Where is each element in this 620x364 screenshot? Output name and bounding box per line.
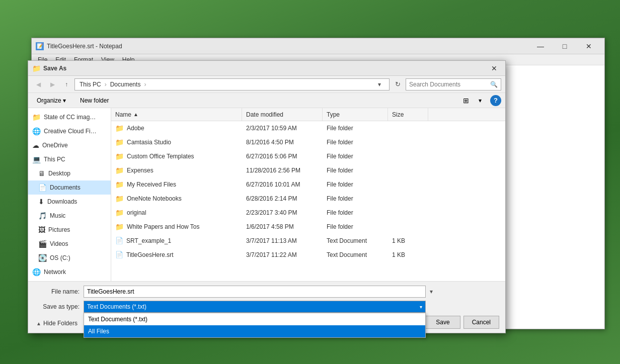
file-row[interactable]: 📁original 2/23/2017 3:40 PM File folder <box>111 206 505 220</box>
savetype-value: Text Documents (*.txt) <box>87 303 146 310</box>
dialog-organize-toolbar: Organize ▾ New folder ⊞ ▾ ? <box>28 93 505 108</box>
notepad-titlebar: 📝 TitleGoesHere.srt - Notepad — □ ✕ <box>32 38 604 54</box>
help-button[interactable]: ? <box>490 95 501 106</box>
nav-item-documents[interactable]: 📄 Documents <box>28 180 111 195</box>
notepad-title: TitleGoesHere.srt - Notepad <box>47 43 529 50</box>
savetype-dropdown-popup: Text Documents (*.txt) All Files <box>84 313 426 338</box>
close-button[interactable]: ✕ <box>577 38 600 54</box>
notepad-icon: 📝 <box>36 42 44 50</box>
file-list: 📁Adobe 2/3/2017 10:59 AM File folder 📁Ca… <box>111 121 505 281</box>
file-row[interactable]: 📁OneNote Notebooks 6/28/2016 2:14 PM Fil… <box>111 192 505 206</box>
forward-button[interactable]: ▶ <box>46 78 58 90</box>
save-as-dialog: 📁 Save As ✕ ◀ ▶ ↑ This PC › Documents › … <box>28 60 506 333</box>
hide-folders-row: ▲ Hide Folders <box>34 318 78 327</box>
file-row[interactable]: 📁White Papers and How Tos 1/6/2017 4:58 … <box>111 220 505 234</box>
file-row[interactable]: 📁Camtasia Studio 8/1/2016 4:50 PM File f… <box>111 135 505 149</box>
dialog-titlebar: 📁 Save As ✕ <box>28 61 505 76</box>
folder-icon: 📁 <box>115 209 124 217</box>
dialog-close-button[interactable]: ✕ <box>487 62 501 74</box>
nav-item-network[interactable]: 🌐 Network <box>28 265 111 279</box>
organize-button[interactable]: Organize ▾ <box>32 95 70 106</box>
file-row[interactable]: 📁My Received Files 6/27/2016 10:01 AM Fi… <box>111 177 505 192</box>
folder-icon: 📁 <box>115 138 124 146</box>
dialog-footer: File name: ▾ Save as type: Text Document… <box>28 281 505 333</box>
file-list-header: Name ▲ Date modified Type Size <box>111 108 505 121</box>
folder-icon: 📁 <box>115 195 124 203</box>
pictures-icon: 🖼 <box>38 226 45 234</box>
nav-item-desktop[interactable]: 🖥 Desktop <box>28 166 111 180</box>
folder-icon: 📁 <box>115 152 124 160</box>
search-input[interactable] <box>409 81 490 88</box>
organize-label: Organize ▾ <box>37 97 66 104</box>
dialog-navigation-toolbar: ◀ ▶ ↑ This PC › Documents › ▾ ↻ 🔍 <box>28 76 505 93</box>
minimize-button[interactable]: — <box>529 38 552 54</box>
file-row[interactable]: 📁Custom Office Templates 6/27/2016 5:06 … <box>111 149 505 163</box>
savetype-dropdown-arrow: ▾ <box>420 304 422 310</box>
address-crumb-documents[interactable]: Documents <box>109 80 142 88</box>
up-button[interactable]: ↑ <box>60 78 72 90</box>
file-row[interactable]: 📁Adobe 2/3/2017 10:59 AM File folder <box>111 121 505 135</box>
document-icon: 📄 <box>115 251 123 258</box>
onedrive-icon: ☁ <box>32 141 39 149</box>
document-icon: 📄 <box>115 237 123 244</box>
nav-item-pictures[interactable]: 🖼 Pictures <box>28 223 111 237</box>
filename-label: File name: <box>34 288 80 295</box>
filename-row: File name: ▾ <box>34 286 499 298</box>
hide-folders-chevron: ▲ <box>36 321 41 326</box>
dialog-body: 📁 State of CC imag… 🌐 Creative Cloud Fi…… <box>28 108 505 281</box>
maximize-button[interactable]: □ <box>553 38 576 54</box>
nav-item-videos[interactable]: 🎬 Videos <box>28 237 111 251</box>
view-dropdown-button[interactable]: ▾ <box>476 95 484 106</box>
folder-icon: 📁 <box>115 223 124 231</box>
file-row[interactable]: 📄TitleGoesHere.srt 3/7/2017 11:22 AM Tex… <box>111 248 505 262</box>
address-crumb-thispc[interactable]: This PC <box>78 80 103 88</box>
savetype-dropdown[interactable]: Text Documents (*.txt) ▾ <box>84 301 426 313</box>
savetype-dropdown-wrapper: Text Documents (*.txt) ▾ Text Documents … <box>84 301 426 313</box>
nav-item-this-pc[interactable]: 💻 This PC <box>28 152 111 166</box>
sort-arrow: ▲ <box>133 112 138 117</box>
desktop-icon: 🖥 <box>38 169 45 177</box>
column-header-size[interactable]: Size <box>388 108 428 121</box>
nav-item-onedrive[interactable]: ☁ OneDrive <box>28 138 111 152</box>
dialog-title: Save As <box>43 65 487 72</box>
nav-item-state-cc[interactable]: 📁 State of CC imag… <box>28 110 111 124</box>
save-button[interactable]: Save <box>425 316 460 329</box>
notepad-window-controls: — □ ✕ <box>529 38 600 54</box>
column-header-type[interactable]: Type <box>323 108 388 121</box>
file-row[interactable]: 📁Expenses 11/28/2016 2:56 PM File folder <box>111 163 505 177</box>
computer-icon: 💻 <box>32 155 41 163</box>
nav-item-downloads[interactable]: ⬇ Downloads <box>28 195 111 209</box>
dialog-icon: 📁 <box>32 64 40 72</box>
savetype-option-all[interactable]: All Files <box>84 325 425 337</box>
new-folder-button[interactable]: New folder <box>74 95 114 106</box>
drive-icon: 💽 <box>38 254 47 262</box>
search-box: 🔍 <box>406 78 501 90</box>
view-icon-button[interactable]: ⊞ <box>460 95 472 106</box>
hide-folders-button[interactable]: Hide Folders <box>43 320 78 327</box>
network-icon: 🌐 <box>32 268 41 276</box>
cancel-button[interactable]: Cancel <box>463 316 499 329</box>
search-icon: 🔍 <box>490 81 498 88</box>
file-row[interactable]: 📄SRT_example_1 3/7/2017 11:13 AM Text Do… <box>111 234 505 248</box>
nav-item-music[interactable]: 🎵 Music <box>28 209 111 223</box>
help-char: ? <box>494 97 498 104</box>
videos-icon: 🎬 <box>38 240 47 248</box>
filename-input[interactable] <box>84 286 426 298</box>
documents-icon: 📄 <box>38 184 47 192</box>
nav-item-creative-cloud[interactable]: 🌐 Creative Cloud Fi… <box>28 124 111 138</box>
music-icon: 🎵 <box>38 212 47 220</box>
file-pane: Name ▲ Date modified Type Size 📁Adobe 2/… <box>111 108 505 281</box>
column-header-name[interactable]: Name ▲ <box>111 108 242 121</box>
column-header-date[interactable]: Date modified <box>242 108 323 121</box>
downloads-icon: ⬇ <box>38 198 44 206</box>
savetype-row: Save as type: Text Documents (*.txt) ▾ T… <box>34 301 499 313</box>
folder-icon: 📁 <box>32 113 41 121</box>
nav-item-os-c[interactable]: 💽 OS (C:) <box>28 251 111 265</box>
folder-icon: 📁 <box>115 124 124 132</box>
back-button[interactable]: ◀ <box>32 78 44 90</box>
savetype-option-txt[interactable]: Text Documents (*.txt) <box>84 313 425 325</box>
refresh-button[interactable]: ↻ <box>392 78 404 90</box>
folder-icon: 📁 <box>115 180 124 189</box>
address-dropdown-button[interactable]: ▾ <box>378 81 386 88</box>
address-bar[interactable]: This PC › Documents › ▾ <box>74 78 390 90</box>
